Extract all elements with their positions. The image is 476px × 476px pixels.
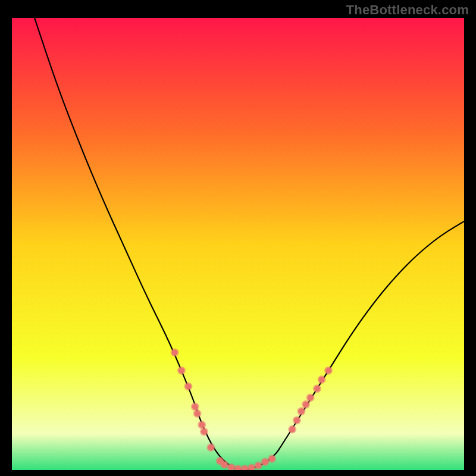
marker-dot-core	[199, 422, 205, 428]
watermark-text: TheBottleneck.com	[346, 2, 469, 18]
marker-dot-core	[221, 462, 227, 468]
marker-dot-core	[228, 464, 234, 470]
marker-dot-core	[319, 377, 325, 383]
chart-background	[12, 18, 464, 470]
marker-dot-core	[255, 462, 261, 468]
marker-dot-core	[298, 408, 304, 414]
bottleneck-chart	[12, 18, 464, 470]
marker-dot-core	[178, 368, 184, 374]
marker-dot-core	[269, 456, 275, 462]
marker-dot-core	[289, 427, 295, 433]
marker-dot-core	[303, 402, 309, 408]
marker-dot-core	[325, 368, 331, 374]
marker-dot-core	[308, 394, 314, 400]
marker-dot-core	[195, 411, 201, 416]
chart-frame	[12, 18, 464, 470]
marker-dot-core	[192, 404, 198, 410]
marker-dot-core	[185, 383, 191, 389]
marker-dot-core	[208, 444, 214, 450]
marker-dot-core	[294, 417, 300, 423]
marker-dot-core	[172, 349, 178, 355]
marker-dot-core	[201, 428, 207, 434]
marker-dot-core	[262, 459, 268, 465]
marker-dot-core	[314, 386, 320, 392]
